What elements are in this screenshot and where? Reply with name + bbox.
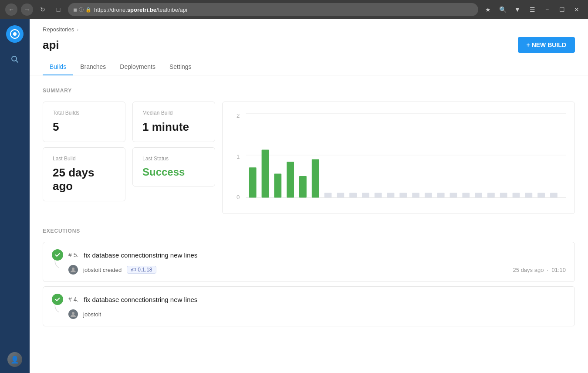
tab-branches[interactable]: Branches	[73, 59, 113, 75]
breadcrumb: Repositories ›	[43, 26, 575, 33]
median-build-label: Median Build	[142, 110, 205, 116]
svg-rect-30	[500, 193, 507, 198]
last-status-card: Last Status Success	[132, 147, 215, 186]
svg-text:1: 1	[237, 154, 240, 160]
executions-section-title: EXECUTIONS	[43, 228, 575, 234]
menu-button[interactable]: ☰	[526, 3, 538, 16]
summary-grid: Total Builds 5 Last Build 25 days ago Me…	[43, 102, 575, 214]
svg-rect-25	[437, 193, 445, 198]
total-builds-label: Total Builds	[53, 110, 115, 116]
close-button[interactable]: ✕	[571, 3, 583, 16]
success-icon	[52, 294, 63, 305]
execution-item[interactable]: # 5. fix database connectionstring new l…	[43, 242, 575, 282]
chart-svg: 2 1 0	[231, 109, 566, 205]
median-build-card: Median Build 1 minute	[132, 102, 215, 142]
svg-rect-32	[525, 193, 532, 198]
page-header: Repositories › api + NEW BUILD Builds Br…	[30, 19, 588, 75]
connector-line	[51, 260, 59, 269]
execution-tag: 🏷 0.1.18	[127, 266, 156, 274]
svg-rect-16	[324, 193, 332, 198]
svg-text:2: 2	[237, 113, 240, 119]
info-icon: ⓘ	[79, 7, 84, 13]
execution-item[interactable]: # 4. fix database connectionstring new l…	[43, 286, 575, 326]
svg-line-3	[16, 61, 18, 63]
restore-button[interactable]: ☐	[556, 3, 568, 16]
execution-title: fix database connectionstring new lines	[84, 251, 197, 259]
summary-cards: Total Builds 5 Last Build 25 days ago	[43, 102, 125, 214]
execution-header: # 4. fix database connectionstring new l…	[52, 294, 566, 305]
user-avatar[interactable]: 👤	[7, 352, 22, 367]
execution-number: # 4.	[68, 296, 78, 303]
sidebar-item-search[interactable]	[7, 51, 23, 67]
svg-rect-27	[462, 193, 470, 198]
tab-builds[interactable]: Builds	[43, 59, 73, 75]
tab-settings[interactable]: Settings	[162, 59, 199, 75]
svg-rect-23	[412, 193, 419, 198]
svg-rect-21	[387, 193, 395, 198]
svg-rect-12	[274, 174, 281, 198]
minimize-button[interactable]: −	[541, 3, 553, 16]
refresh-button[interactable]: ↻	[37, 3, 49, 16]
address-bar-icons: ◼ ⓘ 🔒	[73, 7, 91, 13]
page-title-row: api + NEW BUILD	[43, 37, 575, 53]
execution-author: jobstoit created	[83, 267, 122, 273]
last-build-value: 25 days ago	[53, 166, 115, 193]
execution-avatar	[68, 265, 78, 275]
svg-rect-26	[450, 193, 457, 198]
svg-point-1	[13, 32, 17, 36]
svg-rect-13	[287, 162, 294, 198]
svg-rect-19	[362, 193, 369, 198]
tab-deployments[interactable]: Deployments	[113, 59, 162, 75]
total-builds-card: Total Builds 5	[43, 102, 125, 142]
last-status-value: Success	[142, 166, 205, 178]
svg-rect-14	[299, 176, 307, 198]
last-status-label: Last Status	[142, 156, 205, 162]
app-logo[interactable]	[6, 25, 24, 43]
svg-rect-31	[513, 193, 520, 198]
new-tab-button[interactable]: □	[52, 3, 64, 16]
last-build-card: Last Build 25 days ago	[43, 147, 125, 201]
last-build-label: Last Build	[53, 156, 115, 162]
browser-toolbar: ← → ↻ □ ◼ ⓘ 🔒 https://drone.sporetri.be/…	[0, 0, 588, 19]
svg-rect-34	[550, 193, 558, 198]
builds-chart: 2 1 0	[222, 102, 575, 214]
execution-meta: jobstoit created 🏷 0.1.18 25 days ago · …	[52, 265, 566, 275]
search-extension-button[interactable]: 🔍	[497, 3, 509, 16]
svg-rect-28	[475, 193, 482, 198]
bookmark-button[interactable]: ★	[482, 3, 494, 16]
total-builds-value: 5	[53, 120, 115, 134]
svg-point-36	[72, 312, 74, 315]
browser-content: 👤 Repositories › api + NEW BUILD Builds …	[0, 19, 588, 373]
sidebar-bottom: 👤	[7, 352, 22, 367]
dropdown-button[interactable]: ▼	[511, 3, 524, 16]
page-title: api	[43, 38, 59, 52]
sidebar: 👤	[0, 19, 30, 373]
toolbar-actions: ★ 🔍 ▼ ☰ − ☐ ✕	[482, 3, 583, 16]
svg-rect-24	[425, 193, 432, 198]
connector-line	[51, 304, 59, 314]
svg-rect-20	[375, 193, 382, 198]
browser-window: ← → ↻ □ ◼ ⓘ 🔒 https://drone.sporetri.be/…	[0, 0, 588, 373]
back-button[interactable]: ←	[5, 3, 17, 16]
new-build-button[interactable]: + NEW BUILD	[518, 37, 575, 53]
execution-time: 25 days ago · 01:10	[513, 267, 566, 273]
svg-text:0: 0	[237, 194, 240, 200]
forward-button[interactable]: →	[21, 3, 33, 16]
execution-avatar	[68, 309, 78, 319]
execution-title: fix database connectionstring new lines	[84, 296, 197, 303]
svg-rect-22	[399, 193, 407, 198]
breadcrumb-repositories[interactable]: Repositories	[43, 26, 74, 33]
success-icon	[52, 249, 63, 261]
url-prefix: https://drone.	[94, 7, 127, 13]
svg-rect-29	[487, 193, 495, 198]
tabs: Builds Branches Deployments Settings	[43, 59, 575, 75]
url-domain: sporetri.be	[127, 7, 156, 13]
svg-point-35	[72, 268, 74, 270]
execution-number: # 5.	[68, 251, 78, 258]
svg-rect-18	[349, 193, 357, 198]
address-bar[interactable]: ◼ ⓘ 🔒 https://drone.sporetri.be/tealtrib…	[68, 3, 478, 16]
avatar-inner: 👤	[7, 352, 22, 367]
executions-section: EXECUTIONS # 5. fix database connections…	[43, 228, 575, 326]
summary-section-title: SUMMARY	[43, 88, 575, 94]
shield-icon: ◼	[73, 7, 77, 13]
